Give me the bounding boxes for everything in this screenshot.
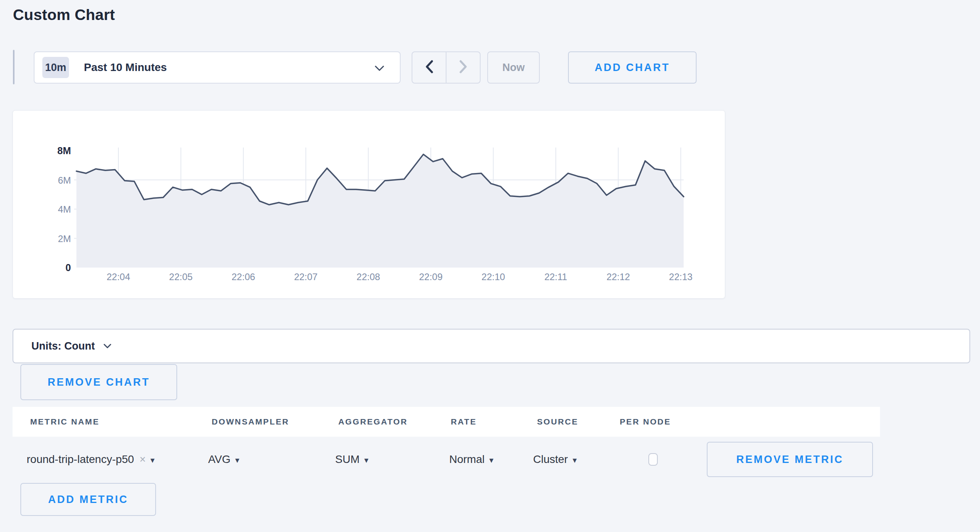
previous-time-button[interactable] (412, 52, 446, 83)
svg-text:22:11: 22:11 (544, 271, 567, 282)
time-range-badge: 10m (42, 57, 69, 78)
chart-card: 02M4M6M8M22:0422:0522:0622:0722:0822:092… (13, 110, 725, 299)
column-header-metric-name: METRIC NAME (30, 407, 100, 437)
svg-text:8M: 8M (57, 145, 71, 156)
units-label: Units: Count (31, 340, 95, 352)
column-header-source: SOURCE (537, 407, 578, 437)
caret-down-icon: ▾ (364, 455, 368, 465)
column-header-rate: RATE (451, 407, 477, 437)
column-header-downsampler: DOWNSAMPLER (212, 407, 289, 437)
downsampler-value: AVG (208, 453, 230, 466)
add-metric-button[interactable]: ADD METRIC (20, 483, 156, 516)
metrics-table-header: METRIC NAME DOWNSAMPLER AGGREGATOR RATE … (13, 407, 880, 437)
rate-value: Normal (449, 453, 485, 466)
source-dropdown[interactable]: Cluster ▾ (533, 440, 577, 479)
time-step-button-group (412, 51, 481, 84)
svg-text:22:09: 22:09 (419, 271, 443, 282)
timeseries-chart[interactable]: 02M4M6M8M22:0422:0522:0622:0722:0822:092… (13, 111, 725, 298)
chevron-down-icon (103, 343, 111, 350)
svg-text:22:05: 22:05 (169, 271, 192, 282)
metric-name-value: round-trip-latency-p50 (27, 453, 134, 466)
svg-text:22:08: 22:08 (357, 271, 380, 282)
aggregator-dropdown[interactable]: SUM ▾ (335, 440, 368, 479)
metric-name-dropdown[interactable]: round-trip-latency-p50 × ▾ (27, 440, 154, 479)
page-title: Custom Chart (13, 6, 115, 24)
remove-metric-button[interactable]: REMOVE METRIC (707, 442, 873, 477)
svg-text:22:13: 22:13 (669, 271, 693, 282)
time-range-label: Past 10 Minutes (84, 61, 167, 74)
column-header-aggregator: AGGREGATOR (338, 407, 408, 437)
svg-text:22:10: 22:10 (481, 271, 505, 282)
column-header-per-node: PER NODE (620, 407, 671, 437)
clear-metric-icon[interactable]: × (140, 454, 146, 466)
svg-text:4M: 4M (58, 204, 71, 215)
downsampler-dropdown[interactable]: AVG ▾ (208, 440, 240, 479)
source-value: Cluster (533, 453, 568, 466)
time-range-dropdown[interactable]: 10m Past 10 Minutes (34, 51, 401, 84)
remove-chart-button[interactable]: REMOVE CHART (20, 364, 177, 400)
chevron-left-icon (425, 60, 434, 75)
aggregator-value: SUM (335, 453, 359, 466)
caret-down-icon: ▾ (151, 455, 155, 465)
caret-down-icon: ▾ (489, 455, 494, 465)
caret-down-icon: ▾ (573, 455, 577, 465)
chevron-down-icon (375, 66, 384, 73)
units-dropdown[interactable]: Units: Count (13, 329, 970, 363)
metric-table-row: round-trip-latency-p50 × ▾ AVG ▾ SUM ▾ N… (13, 440, 966, 479)
svg-text:0: 0 (65, 262, 71, 273)
per-node-checkbox[interactable] (648, 453, 658, 466)
time-selector-accent-bar (13, 50, 15, 84)
svg-text:6M: 6M (58, 175, 71, 186)
svg-text:22:04: 22:04 (107, 271, 130, 282)
next-time-button[interactable] (446, 52, 480, 83)
svg-text:22:07: 22:07 (294, 271, 318, 282)
svg-text:22:12: 22:12 (606, 271, 630, 282)
caret-down-icon: ▾ (235, 455, 240, 465)
now-button[interactable]: Now (487, 51, 540, 84)
rate-dropdown[interactable]: Normal ▾ (449, 440, 494, 479)
svg-text:22:06: 22:06 (232, 271, 255, 282)
add-chart-button[interactable]: ADD CHART (568, 51, 697, 84)
chevron-right-icon (459, 60, 468, 75)
svg-text:2M: 2M (58, 233, 71, 244)
